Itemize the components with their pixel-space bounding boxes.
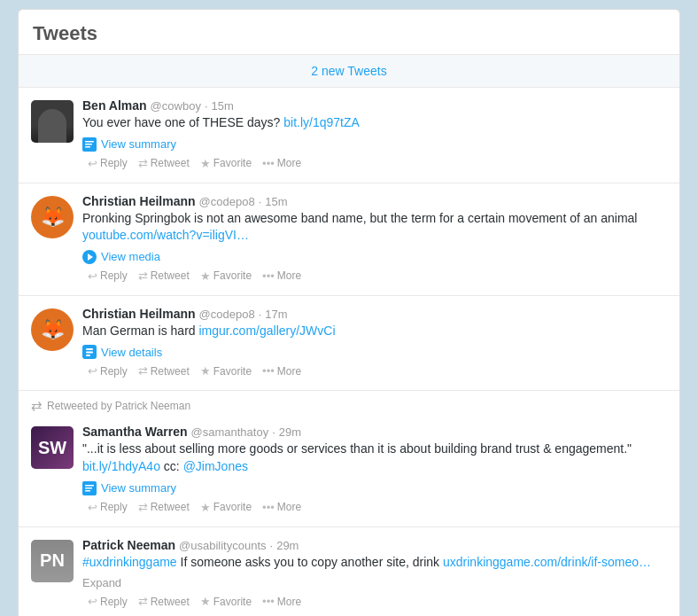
- tweet-actions: ↩ Reply ⇄ Retweet ★ Favorite ••• More: [82, 593, 667, 610]
- svg-marker-3: [88, 253, 93, 261]
- tweets-panel: Tweets 2 new Tweets Ben Alman @cowboy · …: [18, 9, 680, 616]
- star-icon: ★: [200, 501, 211, 514]
- tweet-text: #uxdrinkinggame If someone asks you to c…: [82, 554, 667, 572]
- view-media-label: View media: [101, 250, 160, 263]
- retweet-block: ⇄ Retweeted by Patrick Neeman SW Samanth…: [19, 391, 679, 526]
- more-button[interactable]: ••• More: [257, 155, 306, 172]
- tweet-handle: @codepo8: [199, 195, 255, 208]
- view-details-label: View details: [101, 346, 162, 359]
- tweet-link[interactable]: bit.ly/1hdyA4o: [82, 459, 160, 473]
- tweet-text: Pronking Springbok is not an awesome ban…: [82, 210, 667, 245]
- summary-icon: [82, 481, 97, 495]
- more-icon: •••: [262, 269, 275, 283]
- view-summary-label: View summary: [101, 481, 176, 495]
- tweet-body: Ben Alman @cowboy · 15m You ever have on…: [82, 98, 667, 172]
- expand-link[interactable]: Expand: [82, 576, 667, 589]
- tweet-link[interactable]: youtube.com/watch?v=iligVI…: [82, 228, 249, 242]
- svg-rect-8: [85, 487, 92, 489]
- tweet-author-name[interactable]: Samantha Warren: [82, 425, 188, 439]
- tweet-time: 17m: [265, 308, 287, 321]
- tweet-body: Christian Heilmann @codepo8 · 17m Man Ge…: [82, 307, 667, 380]
- view-details-link[interactable]: View details: [82, 345, 667, 359]
- favorite-button[interactable]: ★ Favorite: [195, 155, 257, 172]
- retweet-icon: ⇄: [31, 398, 43, 414]
- reply-button[interactable]: ↩ Reply: [82, 593, 133, 610]
- panel-title: Tweets: [33, 22, 97, 44]
- svg-rect-2: [85, 146, 90, 148]
- tweet-author-name[interactable]: Ben Alman: [82, 98, 147, 113]
- new-tweets-bar[interactable]: 2 new Tweets: [19, 55, 679, 88]
- retweet-button[interactable]: ⇄ Retweet: [133, 363, 195, 379]
- star-icon: ★: [200, 157, 211, 170]
- tweet-actions: ↩ Reply ⇄ Retweet ★ Favorite ••• More: [82, 268, 667, 285]
- hashtag-link[interactable]: #uxdrinkinggame: [82, 555, 177, 569]
- more-button[interactable]: ••• More: [257, 363, 306, 379]
- reply-button[interactable]: ↩ Reply: [82, 268, 133, 285]
- retweet-button[interactable]: ⇄ Retweet: [133, 268, 195, 285]
- tweet-header: Samantha Warren @samanthatoy · 29m: [82, 425, 667, 439]
- tweet-handle: @codepo8: [199, 308, 255, 321]
- tweet-header: Ben Alman @cowboy · 15m: [82, 98, 667, 113]
- star-icon: ★: [200, 595, 211, 608]
- svg-rect-6: [86, 355, 90, 356]
- tweet-author-name[interactable]: Patrick Neeman: [82, 538, 175, 552]
- more-icon: •••: [262, 364, 275, 378]
- tweet-link[interactable]: bit.ly/1q97tZA: [283, 115, 360, 129]
- retweet-icon: ⇄: [138, 364, 148, 378]
- view-summary-link[interactable]: View summary: [82, 137, 667, 152]
- more-button[interactable]: ••• More: [257, 593, 306, 610]
- tweet-text: Man German is hard imgur.com/gallery/JWv…: [82, 323, 667, 340]
- svg-rect-1: [85, 144, 92, 145]
- star-icon: ★: [200, 364, 211, 378]
- tweet-time: 15m: [265, 195, 287, 208]
- tweet-link[interactable]: uxdrinkinggame.com/drink/if-someo…: [443, 555, 651, 569]
- avatar: PN: [31, 540, 74, 582]
- tweet-author-name[interactable]: Christian Heilmann: [82, 194, 196, 208]
- reply-button[interactable]: ↩ Reply: [82, 363, 133, 379]
- more-icon: •••: [262, 595, 275, 608]
- more-icon: •••: [262, 501, 275, 514]
- more-icon: •••: [262, 157, 275, 170]
- tweet-header: Patrick Neeman @usabilitycounts · 29m: [82, 538, 667, 552]
- retweet-button[interactable]: ⇄ Retweet: [133, 155, 195, 172]
- svg-rect-5: [86, 352, 93, 354]
- mention-link[interactable]: @JimJones: [183, 459, 248, 473]
- favorite-button[interactable]: ★ Favorite: [195, 593, 257, 610]
- reply-button[interactable]: ↩ Reply: [82, 499, 133, 516]
- reply-icon: ↩: [88, 269, 97, 283]
- more-button[interactable]: ••• More: [257, 499, 306, 516]
- svg-rect-9: [85, 490, 90, 492]
- retweet-by-label: Retweeted by Patrick Neeman: [47, 400, 190, 412]
- tweet-time: 29m: [279, 425, 301, 439]
- tweet-body: Christian Heilmann @codepo8 · 15m Pronki…: [82, 194, 667, 285]
- summary-icon: [82, 137, 97, 152]
- reply-button[interactable]: ↩ Reply: [82, 155, 133, 172]
- retweet-button[interactable]: ⇄ Retweet: [133, 499, 195, 516]
- media-icon: [82, 250, 97, 264]
- tweet-text: You ever have one of THESE days? bit.ly/…: [82, 114, 667, 132]
- reply-icon: ↩: [88, 501, 97, 514]
- favorite-button[interactable]: ★ Favorite: [195, 268, 257, 285]
- retweet-button[interactable]: ⇄ Retweet: [133, 593, 195, 610]
- retweet-icon: ⇄: [138, 269, 148, 283]
- tweet-handle: @usabilitycounts: [179, 539, 266, 552]
- view-media-link[interactable]: View media: [82, 250, 667, 264]
- view-summary-link[interactable]: View summary: [82, 481, 667, 495]
- tweet-item: 🦊 Christian Heilmann @codepo8 · 15m Pron…: [19, 183, 679, 296]
- favorite-button[interactable]: ★ Favorite: [195, 363, 257, 379]
- tweet-handle: @cowboy: [151, 99, 201, 113]
- details-icon: [82, 345, 97, 359]
- tweet-author-name[interactable]: Christian Heilmann: [82, 307, 196, 321]
- tweet-item: 🦊 Christian Heilmann @codepo8 · 17m Man …: [19, 296, 679, 392]
- tweet-link[interactable]: imgur.com/gallery/JWvCi: [199, 324, 336, 338]
- retweet-icon: ⇄: [138, 595, 148, 608]
- view-summary-label: View summary: [101, 137, 176, 151]
- more-button[interactable]: ••• More: [257, 268, 306, 285]
- tweet-header: Christian Heilmann @codepo8 · 15m: [82, 194, 667, 208]
- avatar: 🦊: [31, 308, 74, 351]
- favorite-button[interactable]: ★ Favorite: [195, 499, 257, 516]
- tweet-actions: ↩ Reply ⇄ Retweet ★ Favorite ••• More: [82, 363, 667, 379]
- star-icon: ★: [200, 269, 211, 283]
- tweet-time: 15m: [212, 99, 234, 113]
- panel-header: Tweets: [19, 10, 679, 55]
